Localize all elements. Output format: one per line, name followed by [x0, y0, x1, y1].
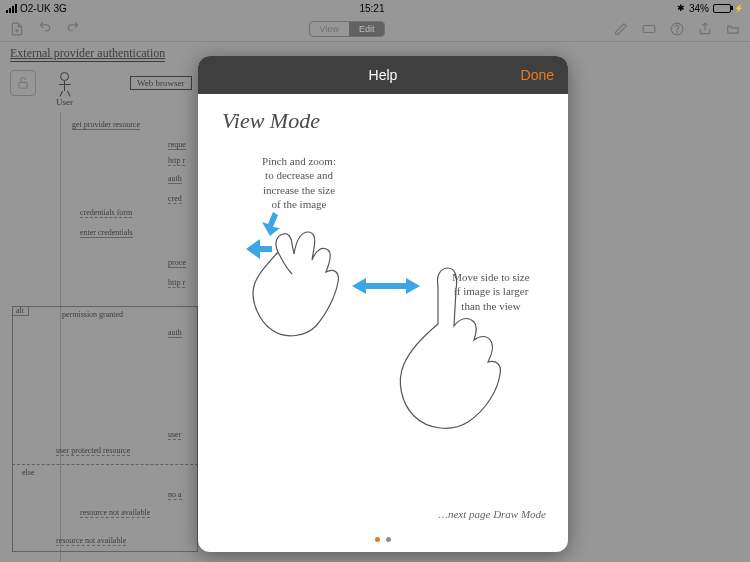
- svg-marker-8: [352, 278, 420, 294]
- pinch-gesture-illustration: [220, 194, 350, 348]
- svg-marker-7: [262, 212, 280, 236]
- pan-caption: Move side to size if image is larger tha…: [436, 270, 546, 313]
- status-left: O2-UK 3G: [6, 3, 67, 14]
- network-label: 3G: [54, 3, 67, 14]
- battery-icon: ⚡: [713, 4, 744, 13]
- status-time: 15:21: [359, 3, 384, 14]
- bluetooth-icon: ✱: [677, 3, 685, 13]
- battery-percent: 34%: [689, 3, 709, 14]
- page-dot-2[interactable]: [386, 537, 391, 542]
- modal-title: Help: [198, 67, 568, 83]
- done-button[interactable]: Done: [521, 67, 554, 83]
- next-page-hint: …next page Draw Mode: [438, 508, 546, 520]
- modal-header: Help Done: [198, 56, 568, 94]
- page-indicator[interactable]: [198, 537, 568, 542]
- carrier-label: O2-UK: [20, 3, 51, 14]
- modal-body[interactable]: View Mode Pinch and zoom: to decrease an…: [198, 94, 568, 552]
- signal-icon: [6, 4, 17, 13]
- page-dot-1[interactable]: [375, 537, 380, 542]
- status-right: ✱ 34% ⚡: [677, 3, 744, 14]
- svg-marker-6: [246, 239, 272, 259]
- page-heading: View Mode: [222, 108, 548, 134]
- status-bar: O2-UK 3G 15:21 ✱ 34% ⚡: [0, 0, 750, 16]
- help-modal: Help Done View Mode Pinch and zoom: to d…: [198, 56, 568, 552]
